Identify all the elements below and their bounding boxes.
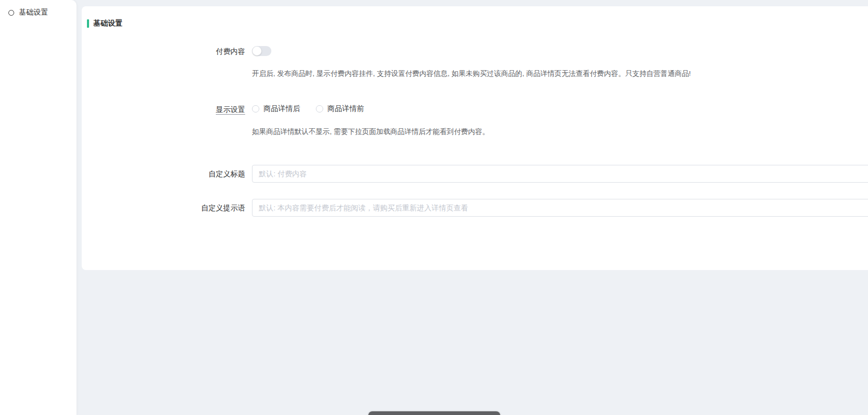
custom-prompt-input[interactable] <box>252 199 868 217</box>
paid-content-description: 开启后, 发布商品时, 显示付费内容挂件, 支持设置付费内容信息, 如果未购买过… <box>252 69 691 78</box>
bottom-action-bar-peek[interactable] <box>368 411 500 415</box>
settings-form: 付费内容 开启后, 发布商品时, 显示付费内容挂件, 支持设置付费内容信息, 如… <box>82 46 868 217</box>
custom-title-label: 自定义标题 <box>82 165 252 183</box>
radio-label: 商品详情后 <box>263 104 300 114</box>
custom-title-row: 自定义标题 <box>82 165 868 183</box>
radio-label: 商品详情前 <box>327 104 364 114</box>
radio-option-before-detail[interactable]: 商品详情前 <box>316 104 364 114</box>
display-setting-description-row: 如果商品详情默认不显示, 需要下拉页面加载商品详情后才能看到付费内容。 <box>82 127 868 137</box>
paid-content-toggle[interactable] <box>252 46 271 56</box>
page: 基础设置 基础设置 付费内容 开启后, 发布商品时, 显示 <box>0 0 868 415</box>
page-title: 基础设置 <box>93 19 123 28</box>
custom-prompt-label: 自定义提示语 <box>82 199 252 217</box>
paid-content-description-row: 开启后, 发布商品时, 显示付费内容挂件, 支持设置付费内容信息, 如果未购买过… <box>82 69 868 78</box>
sidebar: 基础设置 <box>0 0 76 415</box>
radio-icon <box>252 105 259 113</box>
display-setting-radio-group: 商品详情后 商品详情前 <box>252 104 380 114</box>
sidebar-item-label: 基础设置 <box>19 8 48 17</box>
radio-option-after-detail[interactable]: 商品详情后 <box>252 104 300 114</box>
paid-content-row: 付费内容 <box>82 46 868 57</box>
radio-icon <box>316 105 323 113</box>
radio-circle-icon <box>8 10 14 16</box>
paid-content-label: 付费内容 <box>82 46 252 57</box>
custom-prompt-row: 自定义提示语 <box>82 199 868 217</box>
toggle-knob <box>252 47 261 55</box>
display-setting-description: 如果商品详情默认不显示, 需要下拉页面加载商品详情后才能看到付费内容。 <box>252 127 489 137</box>
settings-panel: 基础设置 付费内容 开启后, 发布商品时, 显示付费内容挂件, 支持设置付费内容… <box>82 6 868 270</box>
sidebar-item-basic-settings[interactable]: 基础设置 <box>0 0 76 25</box>
display-setting-label: 显示设置 <box>82 104 252 115</box>
panel-title-row: 基础设置 <box>82 6 868 28</box>
display-setting-row: 显示设置 商品详情后 商品详情前 <box>82 104 868 115</box>
title-accent-bar <box>87 19 89 28</box>
custom-title-input[interactable] <box>252 165 868 183</box>
